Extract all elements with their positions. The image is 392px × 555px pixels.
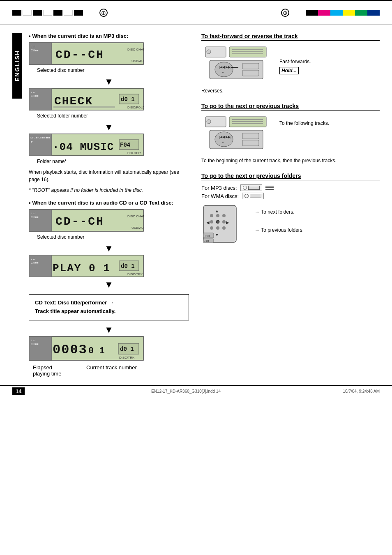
svg-text:∨: ∨ <box>222 141 224 144</box>
registration-mark-left: ⊕ <box>99 9 108 17</box>
color-blue <box>367 10 380 16</box>
svg-text:CH■■: CH■■ <box>31 261 39 264</box>
svg-point-77 <box>216 214 219 217</box>
svg-text:USB/AUX: USB/AUX <box>131 59 144 63</box>
bar-seg <box>23 10 32 16</box>
svg-point-49 <box>207 50 211 54</box>
arrow-down-1: ▼ <box>29 76 189 87</box>
next-prev-folders-section: To go to the next or previous folders Fo… <box>201 173 380 246</box>
lcd1-caption: Selected disc number <box>37 67 189 73</box>
header-area: ⊕ ⊕ <box>0 0 392 25</box>
svg-text:♩ ♩♩: ♩ ♩♩ <box>31 339 35 341</box>
next-folder-label: → To next folders. <box>255 209 304 215</box>
color-green <box>355 10 367 16</box>
disc-circle <box>244 194 249 198</box>
svg-text:|◀◀: |◀◀ <box>219 65 225 69</box>
mp3-section-title: • When the current disc is an MP3 disc: <box>29 33 189 39</box>
svg-rect-59 <box>242 63 259 69</box>
lcd4-caption: Selected disc number <box>37 234 189 240</box>
next-prev-diagram: |◀◀ ▶▶| ∨ To the following tracks. <box>201 115 380 153</box>
np-controller-panel: |◀◀ ▶▶| ∨ <box>201 115 275 153</box>
lcd-display-6: ♩ ♩♩ CH■■ 0003 0 1 d0 1 DISC/TRK <box>29 336 144 361</box>
svg-text:DISC/FOLDER: DISC/FOLDER <box>127 106 144 109</box>
mp3-disc-button <box>240 184 262 191</box>
svg-text:CD--CH: CD--CH <box>55 48 104 61</box>
lcd3-caption: Folder name* <box>37 159 189 164</box>
svg-text:DISC CHANGER: DISC CHANGER <box>127 214 144 218</box>
svg-text:-10: -10 <box>204 239 209 243</box>
wma-disc-button <box>242 193 264 199</box>
svg-text:▼: ▼ <box>215 233 219 237</box>
bar-seg <box>53 10 62 16</box>
lcd-display-4: ♩ ♩♩ CH■■ CD--CH DISC CHANGER USB/AUX <box>29 209 144 232</box>
svg-point-82 <box>210 226 213 230</box>
np-controller-svg: |◀◀ ▶▶| ∨ <box>201 115 275 152</box>
svg-text:CH■■: CH■■ <box>31 49 39 52</box>
svg-rect-15 <box>53 106 115 108</box>
cd-text-line1: CD Text: Disc title/performer → <box>35 299 183 307</box>
svg-text:0 1: 0 1 <box>88 346 105 356</box>
svg-point-76 <box>210 214 213 217</box>
page-container: ⊕ ⊕ ENGLISH • When the current <box>0 0 392 397</box>
audio-cd-section-title: • When the current disc is an audio CD o… <box>29 200 189 206</box>
disc-circle <box>243 186 247 190</box>
lcd-display-5: ♩ ♩♩ CH■■ PLAY 0 1 d0 1 DISC/TRK <box>29 255 144 277</box>
mp3-disc-row: For MP3 discs: <box>201 184 380 191</box>
color-cyan <box>330 10 343 16</box>
svg-text:DISC/TRK: DISC/TRK <box>127 272 143 276</box>
lcd-display-6-wrapper: ♩ ♩♩ CH■■ 0003 0 1 d0 1 DISC/TRK <box>29 336 189 362</box>
svg-text:USB/AUX: USB/AUX <box>131 226 144 230</box>
lcd-display-5-wrapper: ♩ ♩♩ CH■■ PLAY 0 1 d0 1 DISC/TRK <box>29 255 189 279</box>
folder-annotations: → To next folders. → To previous folders… <box>255 203 304 235</box>
color-bar-right <box>306 10 380 16</box>
svg-text:♩ ♩♩: ♩ ♩♩ <box>31 257 35 260</box>
body-text-1: When playback starts, disc information w… <box>29 168 189 183</box>
svg-text:▲: ▲ <box>215 209 219 213</box>
disc-rect <box>248 186 260 190</box>
svg-point-55 <box>215 62 233 77</box>
svg-text:♩ ♩♩: ♩ ♩♩ <box>31 90 35 93</box>
svg-point-69 <box>215 132 233 147</box>
svg-point-63 <box>207 120 211 124</box>
right-column: To fast-forward or reverse the track <box>201 33 380 377</box>
lcd-display-4-wrapper: ♩ ♩♩ CH■■ CD--CH DISC CHANGER USB/AUX <box>29 209 189 233</box>
following-tracks-label: To the following tracks. <box>279 120 329 126</box>
folder-nav-diagram: ▲ ▼ ◀ ▶ +10 -10 <box>201 203 380 246</box>
svg-point-84 <box>222 226 226 230</box>
svg-text:CH■■: CH■■ <box>31 343 39 345</box>
svg-text:·04  MUSIC: ·04 MUSIC <box>53 141 114 153</box>
footer-right-text: 10/7/04, 9:24:48 AM <box>343 389 380 394</box>
main-content: ENGLISH • When the current disc is an MP… <box>0 25 392 385</box>
folder-ctrl-panel: ▲ ▼ ◀ ▶ +10 -10 <box>201 203 251 246</box>
fast-forward-label: Fast-forwards. <box>279 59 311 64</box>
svg-text:F04: F04 <box>120 142 130 148</box>
ff-controller-svg: |◀◀ ▶▶| ∨ <box>201 45 275 82</box>
prev-folder-label: → To previous folders. <box>255 227 304 233</box>
svg-text:DISC/TRK: DISC/TRK <box>119 356 135 359</box>
folder-ctrl-svg: ▲ ▼ ◀ ▶ +10 -10 <box>201 203 251 244</box>
previous-tracks-label: To the beginning of the current track, t… <box>201 157 380 164</box>
svg-rect-74 <box>242 140 259 146</box>
fast-forward-section: To fast-forward or reverse the track <box>201 33 380 94</box>
np-annotation: To the following tracks. <box>279 115 329 128</box>
footer-left-text: EN12-17_KD-AR360_G310[J].indd 14 <box>29 389 343 394</box>
cd-text-box: CD Text: Disc title/performer → Track ti… <box>29 294 189 320</box>
svg-text:PLAY  0 1: PLAY 0 1 <box>53 262 111 274</box>
svg-point-81 <box>222 220 226 223</box>
svg-text:d0 1: d0 1 <box>121 263 135 269</box>
ff-controller-panel: |◀◀ ▶▶| ∨ <box>201 45 275 83</box>
color-black <box>306 10 318 16</box>
arrow-down-3: ▼ <box>29 243 189 254</box>
svg-text:▶: ▶ <box>226 220 229 225</box>
disc-line <box>265 189 274 190</box>
registration-mark-right: ⊕ <box>281 9 289 17</box>
svg-text:▶▶|: ▶▶| <box>226 65 231 69</box>
svg-text:+10: +10 <box>204 234 210 238</box>
bar-seg <box>74 10 83 16</box>
next-prev-tracks-section: To go to the next or previous tracks <box>201 103 380 164</box>
lcd-display-3-wrapper: MP3 ■ CH■■ ■■■ ▶ ·04 MUSIC F04 FOLDER <box>29 134 189 157</box>
left-main-content: • When the current disc is an MP3 disc: … <box>29 33 189 377</box>
wma-label: For WMA discs: <box>201 193 239 199</box>
mp3-label: For MP3 discs: <box>201 185 237 191</box>
footnote-text: * "ROOT" appears if no folder is include… <box>29 187 189 193</box>
